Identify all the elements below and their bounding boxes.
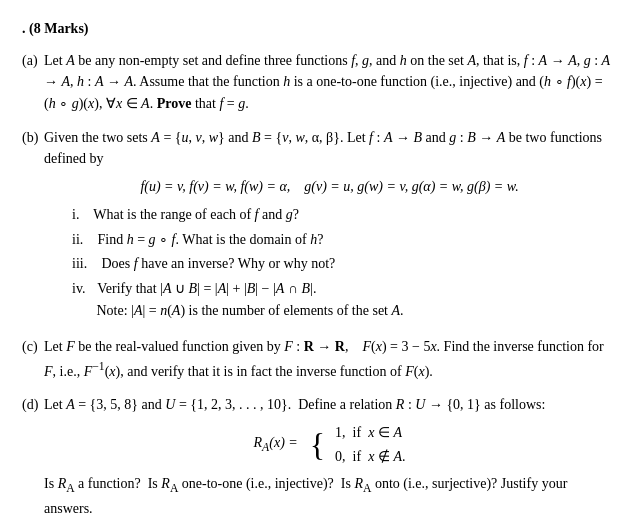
part-d-label: (d) xyxy=(22,394,40,517)
piecewise-def: RA(x) = { 1, if x ∈ A 0, if x ∉ A. xyxy=(44,422,615,467)
part-b-content: Given the two sets A = {u, v, w} and B =… xyxy=(44,127,615,325)
part-a: (a) Let A be any non-empty set and defin… xyxy=(22,50,615,115)
part-d-content: Let A = {3, 5, 8} and U = {1, 2, 3, . . … xyxy=(44,394,615,517)
part-a-content: Let A be any non-empty set and define th… xyxy=(44,50,615,115)
roman-ii: ii. Find h = g ∘ f. What is the domain o… xyxy=(72,229,615,251)
part-d: (d) Let A = {3, 5, 8} and U = {1, 2, 3, … xyxy=(22,394,615,517)
part-c-content: Let F be the real-valued function given … xyxy=(44,336,615,382)
part-c-label: (c) xyxy=(22,336,40,382)
part-b-label: (b) xyxy=(22,127,40,325)
piecewise-case1: 1, if x ∈ A xyxy=(335,422,405,444)
part-b-fdef: f(u) = v, f(v) = w, f(w) = α, g(v) = u, … xyxy=(44,176,615,198)
roman-iii: iii. Does f have an inverse? Why or why … xyxy=(72,253,615,275)
marks-label: . (8 Marks) xyxy=(22,18,615,40)
part-b-roman-list: i. What is the range of each of f and g?… xyxy=(72,204,615,321)
part-b: (b) Given the two sets A = {u, v, w} and… xyxy=(22,127,615,325)
roman-iv: iv. Verify that |A ∪ B| = |A| + |B| − |A… xyxy=(72,278,615,321)
piecewise-case2: 0, if x ∉ A. xyxy=(335,446,405,468)
roman-i: i. What is the range of each of f and g? xyxy=(72,204,615,226)
part-c: (c) Let F be the real-valued function gi… xyxy=(22,336,615,382)
part-a-label: (a) xyxy=(22,50,40,115)
